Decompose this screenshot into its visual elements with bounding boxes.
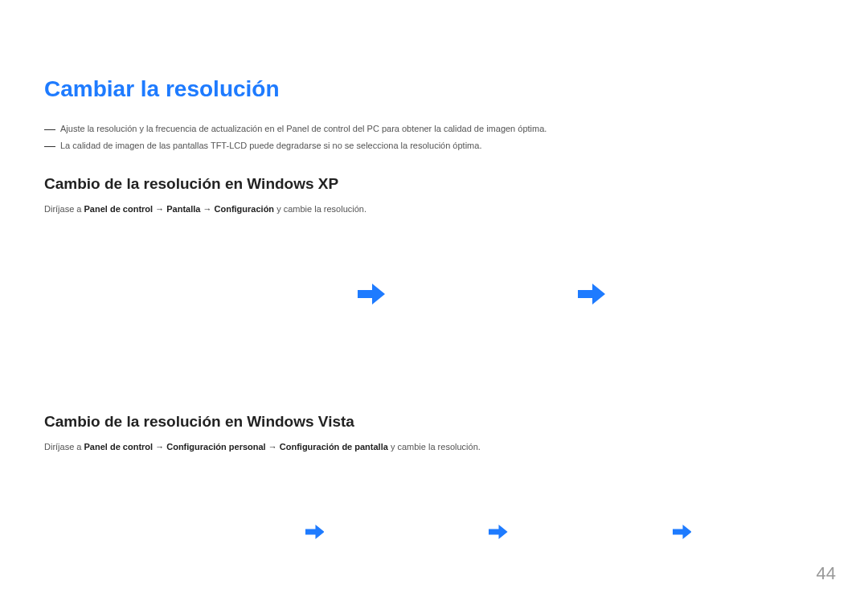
step-image-placeholder bbox=[629, 238, 774, 350]
instruction-suffix: y cambie la resolución. bbox=[274, 204, 366, 214]
instruction-vista: Diríjase a Panel de control → Configurac… bbox=[44, 442, 824, 452]
section-title-xp: Cambio de la resolución en Windows XP bbox=[44, 175, 824, 193]
note-item: ― La calidad de imagen de las pantallas … bbox=[44, 138, 824, 153]
step-image-placeholder bbox=[409, 238, 554, 350]
note-dash: ― bbox=[44, 138, 55, 153]
arrow-right-icon bbox=[489, 521, 508, 542]
step-image-placeholder bbox=[189, 238, 334, 350]
instruction-xp: Diríjase a Panel de control → Pantalla →… bbox=[44, 204, 824, 214]
section-windows-xp: Cambio de la resolución en Windows XP Di… bbox=[44, 175, 824, 350]
main-title: Cambiar la resolución bbox=[44, 76, 824, 102]
step-image-placeholder bbox=[173, 476, 273, 588]
step-image-placeholder bbox=[723, 476, 824, 588]
arrow-right-icon bbox=[578, 284, 605, 304]
note-text: La calidad de imagen de las pantallas TF… bbox=[60, 138, 481, 153]
instruction-bold: Panel de control → Pantalla → Configurac… bbox=[84, 204, 275, 214]
note-dash: ― bbox=[44, 121, 55, 136]
arrow-right-icon bbox=[305, 521, 325, 542]
arrow-right-icon bbox=[673, 521, 692, 542]
note-item: ― Ajuste la resolución y la frecuencia d… bbox=[44, 121, 824, 137]
steps-row-xp bbox=[44, 238, 824, 350]
step-image-placeholder bbox=[356, 476, 457, 588]
arrow-right-icon bbox=[358, 284, 385, 304]
instruction-suffix: y cambie la resolución. bbox=[388, 442, 481, 452]
steps-row-vista bbox=[44, 476, 824, 588]
section-title-vista: Cambio de la resolución en Windows Vista bbox=[44, 413, 824, 431]
page-number: 44 bbox=[817, 563, 836, 584]
section-windows-vista: Cambio de la resolución en Windows Vista… bbox=[44, 413, 824, 588]
notes-list: ― Ajuste la resolución y la frecuencia d… bbox=[44, 121, 824, 153]
note-text: Ajuste la resolución y la frecuencia de … bbox=[60, 121, 547, 137]
instruction-bold: Panel de control → Configuración persona… bbox=[84, 442, 388, 452]
step-image-placeholder bbox=[540, 476, 641, 588]
instruction-prefix: Diríjase a bbox=[44, 204, 84, 214]
instruction-prefix: Diríjase a bbox=[44, 442, 84, 452]
